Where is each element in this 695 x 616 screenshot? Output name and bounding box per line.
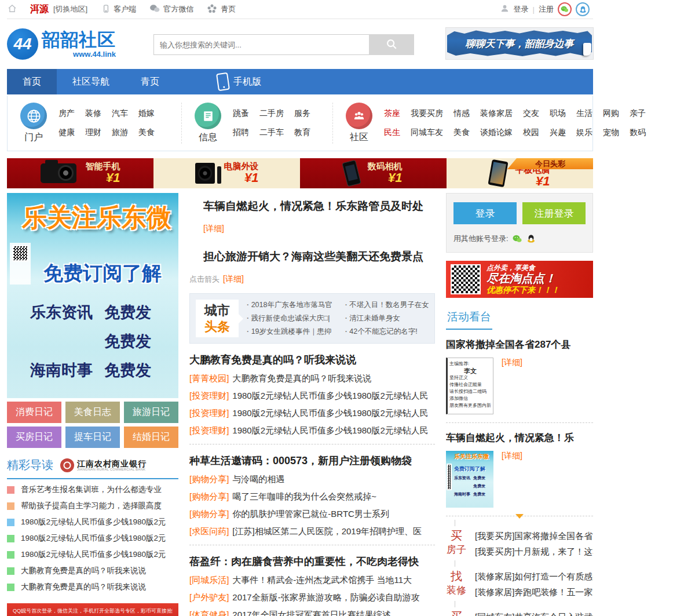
diary-button[interactable]: 买房日记 xyxy=(7,427,61,448)
switch-region-link[interactable]: [切换地区] xyxy=(53,4,87,14)
post-link[interactable]: [同城乐活]大事件！精武会-连州杰龙武术馆携手 当地11大 xyxy=(189,574,435,586)
category-link[interactable]: 健康 xyxy=(58,127,75,138)
headline-link[interactable]: 42个不能忘记的名字! xyxy=(345,327,429,337)
topic-group-label[interactable]: 找 装修 xyxy=(446,568,467,600)
category-link[interactable]: 茶座 xyxy=(384,108,400,119)
headline-link[interactable]: 不堪入目！数名男子在女 xyxy=(345,300,429,310)
category-link[interactable]: 情感 xyxy=(453,108,470,119)
topic-link[interactable]: [同城车友]共享汽车今日入驻武汉 xyxy=(475,609,593,616)
community-icon-block[interactable]: 社区 xyxy=(340,103,378,144)
reading-list-item[interactable]: 大鹏教育免费是真的吗？听我来说说 xyxy=(7,563,178,579)
reading-list-item[interactable]: 1980版2元绿钻人民币值多少钱1980版2元 xyxy=(7,530,178,546)
promo-cell-peripherals[interactable]: 电脑外设¥1 xyxy=(153,158,300,188)
category-link[interactable]: 婚嫁 xyxy=(138,108,155,119)
diary-button[interactable]: 消费日记 xyxy=(7,402,61,423)
category-link[interactable]: 汽车 xyxy=(112,108,128,119)
nav-qingye[interactable]: 青页 xyxy=(125,69,175,94)
post-link[interactable]: [投资理财]1980版2元绿钻人民币值多少钱1980版2元绿钻人民 xyxy=(189,424,435,436)
post-link[interactable]: [购物分享]你的肌肤护理管家已就位-BRTC男士系列 xyxy=(189,508,435,520)
activity-section-title[interactable]: 活动看台 xyxy=(446,307,492,330)
post-link[interactable]: [购物分享]与泠喝的相遇 xyxy=(189,473,435,485)
topic-group-label[interactable]: 买 房子 xyxy=(446,528,467,559)
category-link[interactable]: 服务 xyxy=(294,108,310,119)
category-link[interactable]: 招聘 xyxy=(233,127,249,138)
category-link[interactable]: 民生 xyxy=(384,127,400,138)
category-link[interactable]: 教育 xyxy=(294,127,310,138)
diary-button[interactable]: 旅游日记 xyxy=(124,402,178,423)
search-input[interactable] xyxy=(153,34,369,55)
home-button[interactable] xyxy=(7,3,17,16)
qq-login-icon[interactable] xyxy=(576,2,590,16)
wechat-login-icon[interactable] xyxy=(512,234,522,244)
category-link[interactable]: 校园 xyxy=(523,127,539,138)
reading-list-item[interactable]: 音乐艺考生报名集训班，为什么都选专业 xyxy=(7,482,178,498)
category-link[interactable]: 美食 xyxy=(453,127,470,138)
featured-title[interactable]: 担心旅游开销大？海南这些美翻天还免费景点 xyxy=(203,249,435,264)
section-title[interactable]: 蓓盈纤：肉在膳食营养中的重要性，不吃肉老得快 xyxy=(189,555,435,568)
register-link[interactable]: 注册 xyxy=(539,4,554,14)
promo-cell-smartphone[interactable]: 智能手机¥1 xyxy=(7,158,153,188)
portal-icon-block[interactable]: 门户 xyxy=(14,103,53,144)
category-link[interactable]: 亲子 xyxy=(630,108,646,119)
category-link[interactable]: 娱乐 xyxy=(576,127,592,138)
official-wechat-link[interactable]: 官方微信 xyxy=(149,3,193,16)
detail-link[interactable]: [详细] xyxy=(203,224,435,234)
nav-mobile-version[interactable]: 手机版 xyxy=(202,69,277,94)
reading-list-item[interactable]: 帮助孩子提高自主学习能力，选择眼高度 xyxy=(7,498,178,514)
reading-title[interactable]: 精彩导读 xyxy=(7,457,53,473)
search-button[interactable] xyxy=(369,34,414,55)
reading-list-item[interactable]: 1980版2元绿钻人民币值多少钱1980版2元 xyxy=(7,546,178,563)
ledong-ad-image[interactable]: 乐关注乐东微 免费订阅了解 乐东资讯免费发 免费发 海南时事免费发 xyxy=(7,193,178,398)
category-link[interactable]: 装修家居 xyxy=(480,108,513,119)
post-link[interactable]: [菁菁校园]大鹏教育免费是真的吗？听我来说说 xyxy=(189,372,435,384)
post-link[interactable]: [购物分享]喝了三年咖啡的我为什么会突然戒掉~ xyxy=(189,490,435,502)
section-title[interactable]: 大鹏教育免费是真的吗？听我来说说 xyxy=(189,353,435,367)
topic-link[interactable]: [装修家居]如何打造一个有质感的 xyxy=(475,568,593,584)
client-link[interactable]: 客户端 xyxy=(101,4,136,15)
ledong-ad-thumb[interactable]: 乐关注乐东微 免费订阅了解 乐东资讯免费发 免费发 海南时事免费发 xyxy=(446,451,493,508)
diary-button[interactable]: 美食日志 xyxy=(65,402,120,423)
register-login-button[interactable]: 注册登录 xyxy=(522,202,586,224)
category-link[interactable]: 我要买房 xyxy=(411,108,443,119)
category-link[interactable]: 网购 xyxy=(603,108,619,119)
headline-link[interactable]: 清江未婚单身女 xyxy=(345,314,429,323)
category-link[interactable]: 兴趣 xyxy=(550,127,566,138)
header-banner-ad[interactable]: 聊聊天下事，韶韶身边事 xyxy=(446,28,593,59)
activity-title-link[interactable]: 国家将撤掉全国各省287个县 xyxy=(446,338,593,351)
post-link[interactable]: [投资理财]1980版2元绿钻人民币值多少钱1980版2元绿钻人民 xyxy=(189,407,435,419)
topic-link[interactable]: [我要买房]十月新规，来了！这将 xyxy=(475,544,593,559)
detail-link[interactable]: [详细] xyxy=(502,451,522,508)
nav-home[interactable]: 首页 xyxy=(7,69,57,94)
topic-link[interactable]: [我要买房]国家将撤掉全国各省 xyxy=(475,528,593,544)
post-link[interactable]: [求医问药][江苏]相城区第二人民医院，2019年招聘护理、医 xyxy=(189,525,435,537)
category-link[interactable]: 旅游 xyxy=(112,127,128,138)
category-link[interactable]: 交友 xyxy=(523,108,539,119)
bank-ad[interactable]: 江南农村商业银行 JIANGNAN RURAL COMMERCIAL BANK xyxy=(60,458,147,472)
detail-link[interactable]: [详细] xyxy=(223,274,244,285)
category-link[interactable]: 理财 xyxy=(85,127,101,138)
category-link[interactable]: 谈婚论嫁 xyxy=(480,127,513,138)
wechat-login-icon[interactable] xyxy=(558,2,572,16)
category-link[interactable]: 跳蚤 xyxy=(233,108,249,119)
taodiandian-qr-ad[interactable]: 点外卖，享美食 尽在淘点点！ 优惠停不下来！！！ xyxy=(446,261,593,298)
promo-cell-digital-camera[interactable]: 数码相机¥1 xyxy=(300,158,447,188)
info-icon-block[interactable]: 信息 xyxy=(189,103,227,144)
headline-link[interactable]: 践行新使命忠诚保大庆□| xyxy=(247,314,341,323)
category-link[interactable]: 二手房 xyxy=(259,108,284,119)
diary-button[interactable]: 结婚日记 xyxy=(124,427,178,448)
promo-cell-tablet[interactable]: 今日头彩 平板电脑¥1 xyxy=(447,158,593,188)
qq-login-icon[interactable] xyxy=(526,234,536,244)
section-title[interactable]: 种草生活邀请码：000573，新用户注册领购物袋 xyxy=(189,454,435,468)
register-surprise-ad[interactable]: QQ靓号首次登录，微信关注，手机打开全部选号专区，彩币可直接抢购 注册有惊喜 xyxy=(7,603,178,616)
nav-community-guide[interactable]: 社区导航 xyxy=(57,69,125,94)
activity-title-link[interactable]: 车辆自燃起火，情况紧急！乐 xyxy=(446,431,593,444)
diary-button[interactable]: 提车日记 xyxy=(65,427,120,448)
detail-link[interactable]: [详细] xyxy=(502,358,522,414)
topic-group-label[interactable]: 买 新车 xyxy=(446,609,467,616)
category-link[interactable]: 装修 xyxy=(85,108,101,119)
category-link[interactable]: 生活 xyxy=(576,108,592,119)
category-link[interactable]: 美食 xyxy=(138,127,155,138)
reading-list-item[interactable]: 大鹏教育免费是真的吗？听我来说说 xyxy=(7,579,178,595)
qingye-link[interactable]: 青页 xyxy=(206,3,236,16)
expand-arrow-icon[interactable] xyxy=(515,514,524,519)
